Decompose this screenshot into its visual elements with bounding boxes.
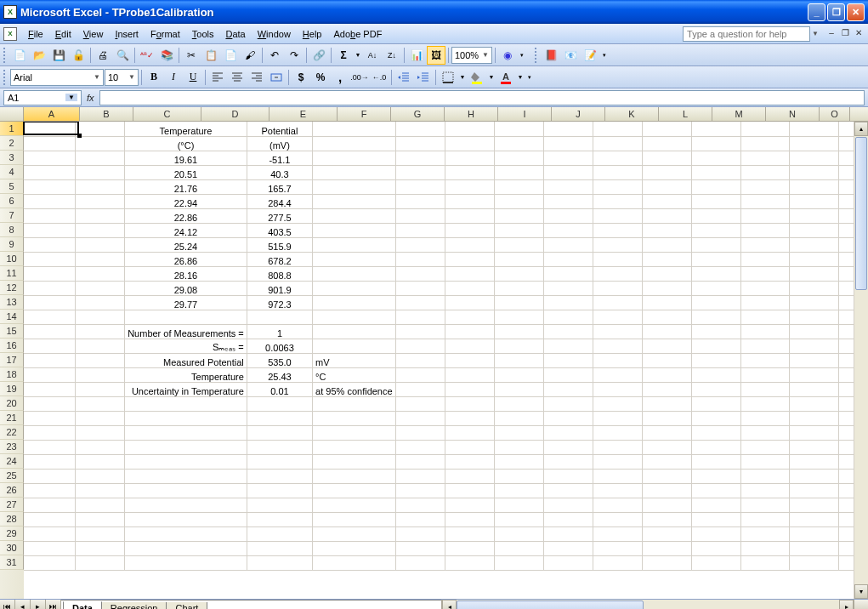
cell-A27[interactable] [24, 498, 76, 512]
font-combo[interactable]: Arial▼ [10, 69, 104, 86]
cell-C24[interactable] [125, 454, 247, 469]
hscroll-thumb[interactable] [457, 600, 644, 609]
cell-D7[interactable]: 277.5 [247, 208, 312, 223]
toolbar-options-3[interactable]: ▾ [525, 68, 534, 87]
tab-nav-prev[interactable]: ◂ [15, 600, 31, 609]
row-header-6[interactable]: 6 [0, 194, 24, 208]
cell-I21[interactable] [543, 411, 593, 425]
cell-F10[interactable] [395, 252, 445, 266]
cell-L1[interactable] [691, 122, 740, 136]
increase-decimal-button[interactable]: .00→ [350, 68, 369, 87]
cell-A2[interactable] [24, 136, 76, 151]
cell-K1[interactable] [642, 122, 691, 136]
cell-J18[interactable] [593, 367, 642, 382]
cell-E8[interactable] [313, 223, 396, 237]
cell-J31[interactable] [593, 555, 642, 570]
sort-desc-button[interactable]: Z↓ [383, 46, 401, 65]
scroll-left-button[interactable]: ◂ [442, 600, 457, 609]
help-dropdown-icon[interactable]: ▼ [812, 30, 819, 37]
cell-M1[interactable] [740, 122, 790, 136]
column-header-A[interactable]: A [24, 107, 80, 121]
cell-B18[interactable] [76, 367, 125, 382]
vertical-scrollbar[interactable]: ▴ ▾ [854, 122, 868, 599]
cell-J29[interactable] [593, 526, 642, 541]
row-header-19[interactable]: 19 [0, 382, 24, 396]
cell-G29[interactable] [445, 526, 494, 541]
cell-L26[interactable] [691, 483, 740, 498]
cell-D13[interactable]: 972.3 [247, 295, 312, 310]
cell-C15[interactable]: Number of Measurements = [125, 324, 247, 339]
row-header-22[interactable]: 22 [0, 425, 24, 440]
cell-D28[interactable] [247, 512, 312, 526]
cell-K26[interactable] [642, 483, 691, 498]
cell-K17[interactable] [642, 353, 691, 367]
cell-F5[interactable] [395, 179, 445, 194]
cell-D30[interactable] [247, 541, 312, 555]
cell-D19[interactable]: 0.01 [247, 382, 312, 396]
cell-E15[interactable] [313, 324, 396, 339]
cell-N5[interactable] [790, 179, 839, 194]
cell-F8[interactable] [395, 223, 445, 237]
cell-G27[interactable] [445, 498, 494, 512]
sheet-tab-data[interactable]: Data [63, 601, 102, 609]
mdi-restore-button[interactable]: ❐ [839, 28, 851, 40]
italic-button[interactable]: I [164, 68, 183, 87]
sheet-tab-chart[interactable]: Chart [166, 602, 207, 609]
cell-N24[interactable] [790, 454, 839, 469]
cell-C29[interactable] [125, 526, 247, 541]
cell-H18[interactable] [494, 367, 543, 382]
cell-L13[interactable] [691, 295, 740, 310]
fx-button[interactable]: fx [87, 93, 94, 103]
cell-M7[interactable] [740, 208, 790, 223]
cell-I24[interactable] [543, 454, 593, 469]
cell-A7[interactable] [24, 208, 76, 223]
cell-E24[interactable] [313, 454, 396, 469]
cell-G12[interactable] [445, 281, 494, 295]
cell-C6[interactable]: 22.94 [125, 194, 247, 208]
row-header-30[interactable]: 30 [0, 541, 24, 555]
menu-file[interactable]: File [22, 26, 49, 42]
cell-B13[interactable] [76, 295, 125, 310]
cell-K30[interactable] [642, 541, 691, 555]
cell-D25[interactable] [247, 469, 312, 483]
select-all-corner[interactable] [0, 107, 24, 121]
cell-C18[interactable]: Temperature [125, 367, 247, 382]
cell-J30[interactable] [593, 541, 642, 555]
cell-B14[interactable] [76, 310, 125, 324]
cell-A1[interactable] [24, 122, 76, 136]
autosum-button[interactable]: Σ [334, 46, 353, 65]
cell-K3[interactable] [642, 151, 691, 165]
autosum-dropdown[interactable]: ▼ [354, 46, 362, 65]
cell-D1[interactable]: Potential [247, 122, 312, 136]
currency-button[interactable]: $ [292, 68, 310, 87]
cell-N20[interactable] [790, 396, 839, 411]
cell-I3[interactable] [543, 151, 593, 165]
cell-K13[interactable] [642, 295, 691, 310]
cell-C16[interactable]: Sₘₑₐₛ = [125, 339, 247, 353]
cell-L8[interactable] [691, 223, 740, 237]
spelling-button[interactable]: ᴬᴮ✓ [138, 46, 156, 65]
cell-F27[interactable] [395, 498, 445, 512]
menu-tools[interactable]: Tools [186, 26, 220, 42]
cell-C11[interactable]: 28.16 [125, 266, 247, 281]
cell-K15[interactable] [642, 324, 691, 339]
open-button[interactable]: 📂 [30, 46, 48, 65]
cell-N30[interactable] [790, 541, 839, 555]
borders-button[interactable] [439, 68, 457, 87]
cell-K11[interactable] [642, 266, 691, 281]
cell-G1[interactable] [445, 122, 494, 136]
cell-C12[interactable]: 29.08 [125, 281, 247, 295]
cell-B19[interactable] [76, 382, 125, 396]
cell-A21[interactable] [24, 411, 76, 425]
cell-I12[interactable] [543, 281, 593, 295]
cell-F25[interactable] [395, 469, 445, 483]
cell-A31[interactable] [24, 555, 76, 570]
cell-N12[interactable] [790, 281, 839, 295]
copy-button[interactable]: 📋 [201, 46, 220, 65]
save-button[interactable]: 💾 [49, 46, 68, 65]
hyperlink-button[interactable]: 🔗 [309, 46, 328, 65]
cell-G2[interactable] [445, 136, 494, 151]
cell-D12[interactable]: 901.9 [247, 281, 312, 295]
cell-C13[interactable]: 29.77 [125, 295, 247, 310]
column-header-D[interactable]: D [201, 107, 269, 121]
